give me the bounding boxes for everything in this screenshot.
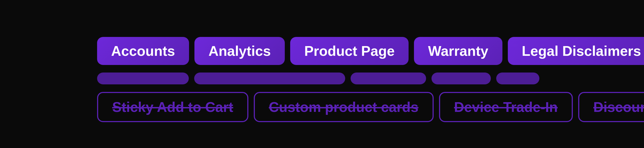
- tab-row-filled: Accounts Analytics Product Page Warranty…: [97, 37, 644, 65]
- dim-tab-3[interactable]: [351, 73, 426, 84]
- dim-tab-5[interactable]: [496, 73, 539, 84]
- tab-analytics[interactable]: Analytics: [194, 37, 285, 65]
- tag-sticky-add-to-cart[interactable]: Sticky Add to Cart: [97, 92, 248, 122]
- dim-tab-2[interactable]: [194, 73, 345, 84]
- tab-product-page[interactable]: Product Page: [290, 37, 409, 65]
- main-container: Accounts Analytics Product Page Warranty…: [0, 26, 644, 122]
- tag-row-outlined: Sticky Add to Cart Custom product cards …: [97, 92, 644, 122]
- tag-custom-product-cards[interactable]: Custom product cards: [254, 92, 434, 122]
- tab-warranty[interactable]: Warranty: [414, 37, 502, 65]
- tag-device-trade-in[interactable]: Device Trade-In: [439, 92, 573, 122]
- dim-tab-1[interactable]: [97, 73, 189, 84]
- tab-row-dim: [97, 73, 644, 84]
- tab-accounts[interactable]: Accounts: [97, 37, 189, 65]
- tab-legal-disclaimers[interactable]: Legal Disclaimers: [508, 37, 644, 65]
- tag-discounts[interactable]: Discounts: [578, 92, 644, 122]
- dim-tab-4[interactable]: [431, 73, 491, 84]
